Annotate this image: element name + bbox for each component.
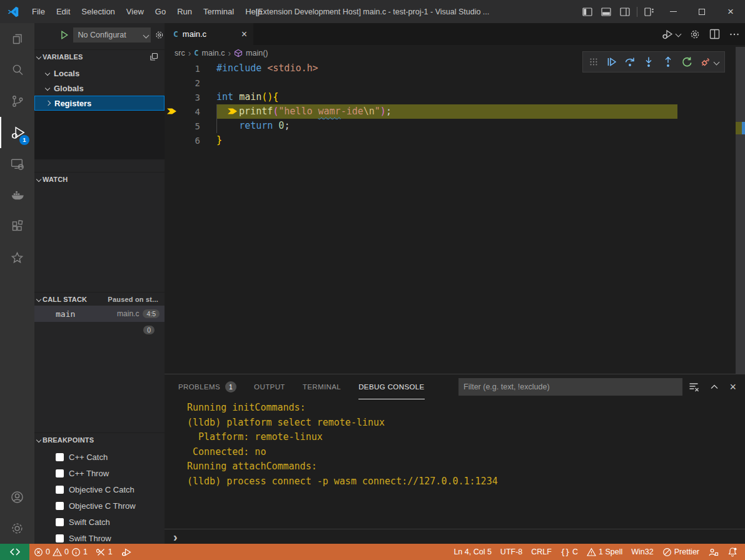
- close-panel-icon[interactable]: ×: [729, 381, 736, 394]
- maximize-button[interactable]: [687, 0, 716, 23]
- breakpoint-item[interactable]: Objective C Catch: [34, 481, 165, 498]
- toggle-panel-icon[interactable]: [597, 0, 616, 23]
- code-line-3[interactable]: 3int main(){: [165, 90, 736, 104]
- restart-icon[interactable]: [681, 56, 693, 68]
- breakpoint-checkbox[interactable]: [56, 534, 64, 542]
- menu-terminal[interactable]: Terminal: [198, 0, 240, 23]
- breakpoint-checkbox[interactable]: [56, 453, 64, 461]
- breadcrumb-file[interactable]: main.c: [202, 49, 225, 58]
- remote-explorer-icon[interactable]: [0, 148, 34, 179]
- code-line-4[interactable]: 4 printf("hello wamr-ide\n");: [165, 104, 736, 119]
- console-filter-input[interactable]: [459, 378, 682, 396]
- step-into-icon[interactable]: [642, 56, 655, 68]
- glyph-margin[interactable]: [165, 76, 180, 90]
- toggle-secondary-sidebar-icon[interactable]: [616, 0, 634, 23]
- line-content[interactable]: printf("hello wamr-ide\n");: [216, 104, 677, 119]
- line-content[interactable]: return 0;: [216, 119, 290, 133]
- panel-tab-debug-console[interactable]: DEBUG CONSOLE: [358, 375, 425, 399]
- code-lines[interactable]: 1#include <stdio.h>23int main(){4 printf…: [165, 61, 736, 148]
- explorer-icon[interactable]: [0, 23, 34, 54]
- step-over-icon[interactable]: [624, 56, 636, 68]
- breakpoint-item[interactable]: Objective C Throw: [34, 498, 165, 514]
- breakpoint-checkbox[interactable]: [56, 469, 64, 478]
- glyph-margin[interactable]: [165, 90, 180, 104]
- spell-checker-status[interactable]: 1 Spell: [582, 544, 627, 560]
- maximize-panel-icon[interactable]: [709, 382, 719, 392]
- menu-help[interactable]: Help: [240, 0, 268, 23]
- tab-close-icon[interactable]: ×: [241, 29, 247, 40]
- code-line-5[interactable]: 5 return 0;: [165, 119, 736, 133]
- breakpoint-checkbox[interactable]: [56, 502, 64, 510]
- variable-scope-locals[interactable]: Locals: [34, 66, 165, 81]
- debug-configuration-dropdown[interactable]: No Configurat: [73, 28, 151, 42]
- launch-settings-gear-icon[interactable]: [155, 30, 165, 40]
- menu-selection[interactable]: Selection: [76, 0, 120, 23]
- extensions-icon[interactable]: [0, 211, 34, 242]
- tab-main-c[interactable]: C main.c ×: [165, 23, 253, 45]
- stack-frame-row[interactable]: main main.c 4:5: [34, 306, 165, 322]
- toggle-sidebar-icon[interactable]: [578, 0, 597, 23]
- breakpoint-item[interactable]: C++ Catch: [34, 449, 165, 465]
- search-icon[interactable]: [0, 54, 34, 86]
- close-button[interactable]: ×: [716, 0, 745, 23]
- glyph-margin[interactable]: [165, 61, 180, 76]
- account-icon[interactable]: [0, 481, 34, 512]
- panel-tab-terminal[interactable]: TERMINAL: [303, 375, 341, 399]
- debug-console-output[interactable]: Running initCommands:(lldb) platform sel…: [187, 401, 498, 489]
- menu-file[interactable]: File: [26, 0, 51, 23]
- remote-indicator[interactable]: [0, 544, 29, 560]
- watch-section-header[interactable]: WATCH: [34, 172, 165, 186]
- step-out-icon[interactable]: [662, 56, 674, 68]
- menu-edit[interactable]: Edit: [51, 0, 76, 23]
- breakpoints-section-header[interactable]: BREAKPOINTS: [34, 432, 165, 446]
- continue-icon[interactable]: [605, 56, 617, 68]
- source-control-icon[interactable]: [0, 86, 34, 117]
- glyph-margin[interactable]: [165, 104, 180, 119]
- line-content[interactable]: }: [216, 133, 222, 148]
- tools-status[interactable]: 1: [92, 544, 117, 560]
- formatter-status[interactable]: Prettier: [658, 544, 704, 560]
- disconnect-icon[interactable]: [699, 56, 719, 68]
- glyph-margin[interactable]: [165, 119, 180, 133]
- code-line-2[interactable]: 2: [165, 76, 736, 90]
- more-actions-icon[interactable]: [729, 29, 740, 40]
- platform-status[interactable]: Win32: [627, 544, 657, 560]
- docker-icon[interactable]: [0, 179, 34, 211]
- panel-tab-output[interactable]: OUTPUT: [254, 375, 285, 399]
- clear-console-icon[interactable]: [688, 381, 699, 392]
- minimize-button[interactable]: [659, 0, 687, 23]
- customize-layout-icon[interactable]: [640, 0, 659, 23]
- breakpoint-item[interactable]: C++ Throw: [34, 465, 165, 481]
- notifications-bell-icon[interactable]: [723, 544, 745, 560]
- menu-run[interactable]: Run: [171, 0, 198, 23]
- editor-settings-gear-icon[interactable]: [689, 29, 701, 40]
- wamr-ide-star-icon[interactable]: [0, 242, 34, 273]
- session-row[interactable]: 0: [34, 322, 165, 338]
- debug-session-status-icon[interactable]: [117, 544, 136, 560]
- code-line-6[interactable]: 6}: [165, 133, 736, 148]
- feedback-icon[interactable]: [704, 544, 723, 560]
- debug-repl-input[interactable]: ›: [165, 529, 745, 544]
- glyph-margin[interactable]: [165, 133, 180, 148]
- panel-tab-problems[interactable]: PROBLEMS1: [178, 375, 236, 399]
- breadcrumb-symbol[interactable]: main(): [246, 49, 268, 58]
- menu-go[interactable]: Go: [150, 0, 171, 23]
- language-mode-status[interactable]: {} C: [556, 544, 582, 560]
- encoding-status[interactable]: UTF-8: [496, 544, 527, 560]
- line-content[interactable]: #include <stdio.h>: [216, 61, 318, 76]
- breakpoint-checkbox[interactable]: [56, 486, 64, 494]
- variables-section-header[interactable]: VARIABLES: [34, 49, 165, 63]
- line-content[interactable]: int main(){: [216, 90, 278, 104]
- breakpoint-checkbox[interactable]: [56, 518, 64, 526]
- variable-scope-globals[interactable]: Globals: [34, 81, 165, 96]
- split-editor-icon[interactable]: [709, 29, 720, 39]
- problems-status[interactable]: 0 0 1: [29, 544, 92, 560]
- run-and-debug-icon[interactable]: 1: [0, 117, 34, 148]
- menu-view[interactable]: View: [121, 0, 150, 23]
- cursor-position-status[interactable]: Ln 4, Col 5: [449, 544, 495, 560]
- start-debug-icon[interactable]: [59, 30, 69, 40]
- call-stack-section-header[interactable]: CALL STACK Paused on st...: [34, 292, 165, 306]
- variable-scope-registers[interactable]: Registers: [34, 96, 165, 111]
- eol-status[interactable]: CRLF: [527, 544, 556, 560]
- run-or-debug-button[interactable]: [662, 29, 681, 40]
